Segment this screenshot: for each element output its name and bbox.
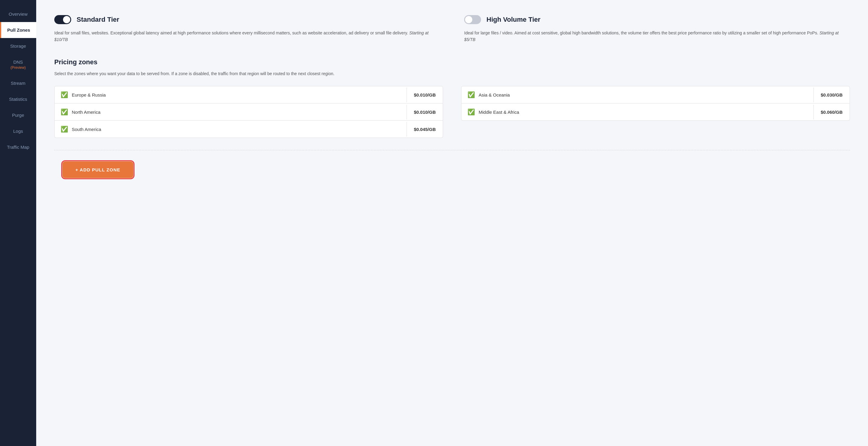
sidebar-item-stream[interactable]: Stream (0, 75, 36, 91)
standard-tier-header: Standard Tier (54, 15, 440, 24)
standard-tier-toggle[interactable] (54, 15, 71, 24)
high-volume-tier-toggle-knob (465, 16, 472, 23)
zone-name-asia: ✅ Asia & Oceania (461, 86, 813, 103)
high-volume-tier-card: High Volume Tier Ideal for large files /… (464, 15, 850, 43)
left-zones: ✅ Europe & Russia $0.010/GB ✅ North Amer… (54, 86, 443, 138)
zone-row-south-america[interactable]: ✅ South America $0.045/GB (54, 121, 443, 138)
main-content: Standard Tier Ideal for small files, web… (36, 0, 868, 446)
sidebar-item-overview[interactable]: Overview (0, 6, 36, 22)
standard-tier-card: Standard Tier Ideal for small files, web… (54, 15, 440, 43)
zone-row-north-america[interactable]: ✅ North America $0.010/GB (54, 103, 443, 121)
zone-name-middle-east: ✅ Middle East & Africa (461, 103, 813, 120)
zone-price-middle-east: $0.060/GB (813, 105, 849, 119)
zone-row-middle-east[interactable]: ✅ Middle East & Africa $0.060/GB (461, 103, 850, 121)
sidebar-item-dns[interactable]: DNS (Preview) (0, 54, 36, 75)
zone-price-europe: $0.010/GB (407, 88, 443, 102)
pricing-zones-description: Select the zones where you want your dat… (54, 70, 850, 77)
add-pull-zone-button[interactable]: + ADD PULL ZONE (63, 162, 132, 177)
tier-section: Standard Tier Ideal for small files, web… (54, 15, 850, 43)
high-volume-tier-description: Ideal for large files / video. Aimed at … (464, 30, 850, 43)
zone-check-north-america: ✅ (61, 108, 68, 116)
zone-price-north-america: $0.010/GB (407, 105, 443, 119)
pricing-zones-section: Pricing zones Select the zones where you… (54, 58, 850, 138)
zones-grid: ✅ Europe & Russia $0.010/GB ✅ North Amer… (54, 86, 850, 138)
sidebar-item-purge[interactable]: Purge (0, 107, 36, 123)
pricing-zones-title: Pricing zones (54, 58, 850, 66)
add-button-wrapper: + ADD PULL ZONE (54, 162, 850, 177)
sidebar-item-pull-zones[interactable]: Pull Zones (0, 22, 36, 38)
sidebar-item-statistics[interactable]: Statistics (0, 91, 36, 107)
zone-name-south-america: ✅ South America (55, 121, 407, 138)
zone-name-europe: ✅ Europe & Russia (55, 86, 407, 103)
sidebar-item-storage[interactable]: Storage (0, 38, 36, 54)
zone-row-asia[interactable]: ✅ Asia & Oceania $0.030/GB (461, 86, 850, 103)
zone-check-europe: ✅ (61, 91, 68, 98)
sidebar-item-logs[interactable]: Logs (0, 123, 36, 139)
zone-name-north-america: ✅ North America (55, 103, 407, 120)
standard-tier-description: Ideal for small files, websites. Excepti… (54, 30, 440, 43)
section-divider (54, 150, 850, 150)
zone-check-asia: ✅ (467, 91, 475, 98)
zone-check-middle-east: ✅ (467, 108, 475, 116)
zone-row-europe[interactable]: ✅ Europe & Russia $0.010/GB (54, 86, 443, 103)
zone-check-south-america: ✅ (61, 125, 68, 133)
sidebar: Overview Pull Zones Storage DNS (Preview… (0, 0, 36, 446)
high-volume-tier-header: High Volume Tier (464, 15, 850, 24)
high-volume-tier-title: High Volume Tier (487, 16, 540, 24)
right-zones: ✅ Asia & Oceania $0.030/GB ✅ Middle East… (461, 86, 850, 138)
high-volume-tier-toggle[interactable] (464, 15, 481, 24)
zone-price-asia: $0.030/GB (813, 88, 849, 102)
standard-tier-toggle-knob (63, 16, 70, 23)
zone-price-south-america: $0.045/GB (407, 122, 443, 137)
sidebar-item-traffic-map[interactable]: Traffic Map (0, 139, 36, 155)
standard-tier-title: Standard Tier (76, 16, 119, 24)
